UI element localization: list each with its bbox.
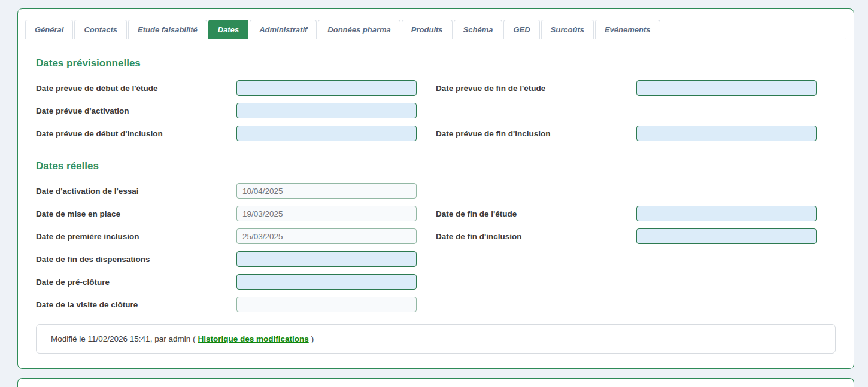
- tab-ged[interactable]: GED: [503, 20, 539, 39]
- tab-produits[interactable]: Produits: [402, 20, 453, 39]
- form-row: Date de la visite de clôture: [36, 293, 836, 316]
- field-date-fin-dispensations: Date de fin des dispensations: [36, 251, 436, 267]
- dates-form: Dates prévisionnelles Date prévue de déb…: [18, 57, 854, 354]
- date-prevue-activation-input[interactable]: [236, 103, 417, 118]
- date-fin-dispensations-input[interactable]: [236, 251, 417, 267]
- field-label: Date de fin des dispensations: [36, 255, 236, 264]
- field-date-prevue-debut-etude: Date prévue de début de l'étude: [36, 80, 436, 96]
- date-prevue-debut-inclusion-input[interactable]: [236, 126, 417, 141]
- tab-bar: Général Contacts Etude faisabilité Dates…: [25, 20, 846, 39]
- form-row: Date de pré-clôture: [36, 270, 836, 293]
- field-date-prevue-debut-inclusion: Date prévue de début d'inclusion: [36, 126, 436, 141]
- field-date-prevue-activation: Date prévue d'activation: [36, 103, 436, 118]
- history-of-modifications-link[interactable]: Historique des modifications: [198, 334, 308, 343]
- field-label: Date prévue de début d'inclusion: [36, 129, 236, 138]
- date-prevue-fin-inclusion-input[interactable]: [636, 126, 817, 141]
- date-mise-en-place-input[interactable]: [236, 206, 417, 221]
- date-prevue-debut-etude-input[interactable]: [236, 80, 417, 96]
- field-label: Date de fin de l'étude: [436, 209, 636, 218]
- tab-general[interactable]: Général: [25, 20, 73, 39]
- form-row: Date de première inclusion Date de fin d…: [36, 225, 836, 248]
- field-date-premiere-inclusion: Date de première inclusion: [36, 228, 436, 244]
- date-activation-essai-input[interactable]: [236, 183, 417, 199]
- field-label: Date de la visite de clôture: [36, 300, 236, 309]
- modified-text: Modifié le 11/02/2026 15:41, par admin (: [51, 334, 195, 343]
- field-label: Date d'activation de l'essai: [36, 187, 236, 196]
- tab-donnees-pharma[interactable]: Données pharma: [318, 20, 400, 39]
- form-row: Date de mise en place Date de fin de l'é…: [36, 202, 836, 225]
- field-date-prevue-fin-inclusion: Date prévue de fin d'inclusion: [436, 126, 836, 141]
- field-date-pre-cloture: Date de pré-clôture: [36, 274, 436, 290]
- field-label: Date prévue d'activation: [36, 106, 236, 115]
- field-date-visite-cloture: Date de la visite de clôture: [36, 297, 436, 312]
- section-title-dates-previsionnelles: Dates prévisionnelles: [36, 57, 836, 69]
- tab-contacts[interactable]: Contacts: [74, 20, 127, 39]
- next-section-card: [17, 378, 854, 387]
- form-row: Date prévue de début d'inclusion Date pr…: [36, 122, 836, 145]
- field-label: Date prévue de fin de l'étude: [436, 84, 636, 93]
- tab-dates[interactable]: Dates: [208, 20, 248, 39]
- tab-administratif[interactable]: Administratif: [250, 20, 317, 39]
- tab-evenements[interactable]: Evénements: [595, 20, 660, 39]
- tab-surcouts[interactable]: Surcoûts: [541, 20, 594, 39]
- tab-schema[interactable]: Schéma: [454, 20, 503, 39]
- field-label: Date de première inclusion: [36, 232, 236, 241]
- date-fin-inclusion-input[interactable]: [636, 228, 817, 244]
- modified-text-suffix: ): [311, 334, 314, 343]
- tab-etude-faisabilite[interactable]: Etude faisabilité: [128, 20, 207, 39]
- date-pre-cloture-input[interactable]: [236, 274, 417, 290]
- field-label: Date de pré-clôture: [36, 278, 236, 287]
- date-visite-cloture-input[interactable]: [236, 297, 417, 312]
- field-date-fin-inclusion: Date de fin d'inclusion: [436, 228, 836, 244]
- form-row: Date de fin des dispensations: [36, 248, 836, 270]
- field-date-prevue-fin-etude: Date prévue de fin de l'étude: [436, 80, 836, 96]
- form-row: Date d'activation de l'essai: [36, 179, 836, 202]
- field-label: Date prévue de fin d'inclusion: [436, 129, 636, 138]
- field-date-mise-en-place: Date de mise en place: [36, 206, 436, 221]
- date-premiere-inclusion-input[interactable]: [236, 228, 417, 244]
- field-label: Date de mise en place: [36, 209, 236, 218]
- section-title-dates-reelles: Dates réelles: [36, 160, 836, 172]
- date-prevue-fin-etude-input[interactable]: [636, 80, 817, 96]
- modification-info-box: Modifié le 11/02/2026 15:41, par admin (…: [36, 324, 836, 354]
- field-date-fin-etude: Date de fin de l'étude: [436, 206, 836, 221]
- field-label: Date prévue de début de l'étude: [36, 84, 236, 93]
- field-date-activation-essai: Date d'activation de l'essai: [36, 183, 436, 199]
- form-row: Date prévue d'activation: [36, 99, 836, 122]
- form-row: Date prévue de début de l'étude Date pré…: [36, 77, 836, 99]
- dates-panel: Général Contacts Etude faisabilité Dates…: [17, 8, 854, 369]
- date-fin-etude-input[interactable]: [636, 206, 817, 221]
- field-label: Date de fin d'inclusion: [436, 232, 636, 241]
